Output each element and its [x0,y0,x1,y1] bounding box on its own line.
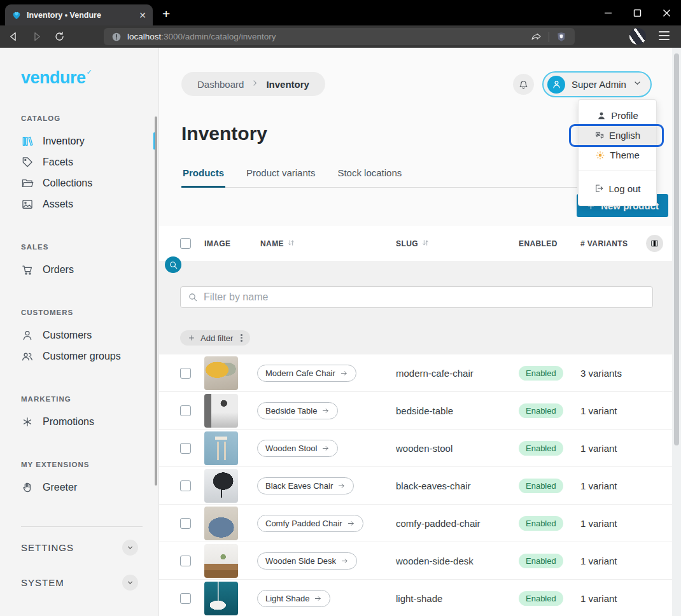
browser-menu-icon[interactable] [659,31,670,40]
page-tabs: ProductsProduct variantsStock locations [181,167,577,188]
sidebar-item-orders[interactable]: Orders [0,259,158,280]
column-header-name[interactable]: NAME [260,239,396,249]
image-icon [21,198,34,211]
menu-item-profile[interactable]: Profile [579,106,656,125]
breadcrumb-inventory[interactable]: Inventory [266,79,309,90]
page-title: Inventory [181,123,267,144]
table-row-modern-cafe-chair: Modern Cafe Chair modern-cafe-chair Enab… [159,354,672,392]
back-button[interactable] [4,28,23,46]
variant-count: 1 variant [580,480,672,491]
product-slug: wooden-stool [396,443,519,454]
product-name-link[interactable]: Black Eaves Chair [257,477,354,494]
columns-icon [650,239,659,248]
table-search-button[interactable] [165,256,181,273]
menu-item-theme[interactable]: Theme [579,145,656,165]
window-maximize-button[interactable] [622,0,652,25]
status-badge: Enabled [519,479,563,493]
tab-product-variants[interactable]: Product variants [245,167,316,187]
filter-input[interactable] [204,291,645,303]
share-icon[interactable] [531,31,542,43]
chevron-down-icon[interactable] [122,540,138,556]
sidebar-item-inventory[interactable]: Inventory [0,130,158,151]
product-name-link[interactable]: Wooden Side Desk [257,552,357,570]
product-image[interactable] [204,469,238,503]
product-name-link[interactable]: Comfy Padded Chair [257,515,363,532]
sidebar-item-promotions[interactable]: Promotions [0,411,158,432]
row-checkbox[interactable] [180,480,191,491]
menu-divider [579,171,656,171]
row-checkbox[interactable] [180,368,191,379]
url-host: localhost [127,32,161,41]
sidebar-scrollbar-thumb[interactable] [155,116,158,486]
url-path: :3000/admin/catalog/inventory [161,32,276,41]
nav-section-label-marketing: MARKETING [21,395,158,403]
sidebar-item-customer-groups[interactable]: Customer groups [0,346,158,367]
status-badge: Enabled [519,403,563,418]
browser-profile-avatar[interactable] [629,28,646,45]
brave-shield-icon[interactable] [556,31,567,43]
sort-icon[interactable] [421,239,430,249]
chevron-down-icon[interactable] [122,575,138,591]
kebab-icon[interactable] [241,334,242,342]
product-image[interactable] [204,544,238,578]
product-name-link[interactable]: Bedside Table [257,402,338,419]
product-image[interactable] [204,582,238,615]
product-slug: modern-cafe-chair [396,368,519,379]
status-badge: Enabled [519,366,563,381]
sidebar-item-assets[interactable]: Assets [0,193,158,214]
table-header: IMAGE NAME SLUG ENABLED # VARIANTS [159,226,672,261]
product-image[interactable] [204,507,238,540]
page-scrollbar-track [672,48,681,616]
hand-icon [21,481,34,494]
tab-products[interactable]: Products [181,167,225,187]
row-checkbox[interactable] [180,593,191,604]
row-checkbox[interactable] [180,443,191,454]
window-close-button[interactable] [652,0,681,25]
notifications-button[interactable] [513,74,534,95]
sun-icon [595,150,605,160]
url-text: localhost:3000/admin/catalog/inventory [127,32,525,41]
product-name-link[interactable]: Wooden Stool [257,440,338,457]
breadcrumb-dashboard[interactable]: Dashboard [197,79,244,90]
product-name-link[interactable]: Modern Cafe Chair [257,365,356,382]
window-minimize-button[interactable] [593,0,622,25]
sidebar-section-system[interactable]: SYSTEM [0,568,158,597]
tab-close-icon[interactable]: ✕ [139,10,146,20]
table-row-wooden-side-desk: Wooden Side Desk wooden-side-desk Enable… [159,542,672,580]
row-checkbox[interactable] [180,405,191,416]
new-tab-button[interactable]: + [162,6,170,22]
product-slug: bedside-table [396,405,519,416]
product-image[interactable] [204,431,238,465]
menu-item-log-out[interactable]: Log out [579,178,656,199]
sidebar-section-settings[interactable]: SETTINGS [0,533,158,562]
product-image[interactable] [204,356,238,390]
column-header-slug[interactable]: SLUG [396,239,519,249]
sidebar-item-customers[interactable]: Customers [0,325,158,346]
users-icon [21,350,34,363]
sidebar-item-collections[interactable]: Collections [0,172,158,193]
reload-button[interactable] [50,28,69,46]
tab-stock-locations[interactable]: Stock locations [336,167,403,187]
menu-item-english[interactable]: English [579,125,656,145]
user-menu-button[interactable]: Super Admin [542,71,652,97]
breadcrumb: DashboardInventory [181,72,325,96]
forward-button[interactable] [27,28,46,46]
row-checkbox[interactable] [180,518,191,529]
sidebar-nav: CATALOGInventoryFacetsCollectionsAssetsS… [0,115,158,498]
page-scrollbar-thumb[interactable] [674,53,679,445]
browser-tab[interactable]: Inventory • Vendure ✕ [5,4,153,25]
nav-section-label-my-extensions: MY EXTENSIONS [21,461,158,468]
product-slug: light-shade [396,593,519,604]
add-filter-button[interactable]: Add filter [180,330,250,346]
row-checkbox[interactable] [180,556,191,566]
product-image[interactable] [204,394,238,428]
column-settings-button[interactable] [646,235,663,252]
select-all-checkbox[interactable] [180,238,191,249]
site-info-icon[interactable] [111,32,122,42]
url-bar[interactable]: localhost:3000/admin/catalog/inventory [104,28,575,45]
sidebar-item-greeter[interactable]: Greeter [0,477,158,498]
sort-icon[interactable] [287,239,295,249]
product-name-link[interactable]: Light Shade [257,590,330,607]
sidebar-item-facets[interactable]: Facets [0,151,158,172]
variant-count: 1 variant [580,443,672,454]
